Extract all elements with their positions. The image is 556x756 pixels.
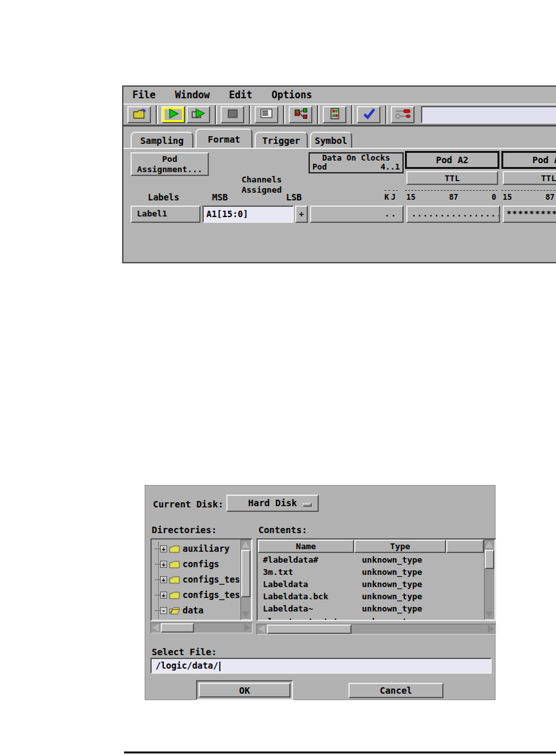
ruler-tick: 87 <box>545 193 554 202</box>
directories-horizontal-scrollbar[interactable] <box>150 622 253 633</box>
current-disk-dropdown[interactable]: Hard Disk <box>226 495 319 512</box>
scroll-down-icon[interactable] <box>485 611 493 618</box>
ok-button[interactable]: OK <box>199 683 291 698</box>
pod-a1-header-button[interactable]: Pod A1 <box>501 151 556 169</box>
scroll-right-icon[interactable] <box>244 624 251 631</box>
toolbar <box>123 103 556 127</box>
collapse-icon[interactable]: - <box>160 607 167 614</box>
pod-a1-threshold-button[interactable]: TTL <box>503 171 556 185</box>
contents-header: Name Type <box>258 540 484 553</box>
scrollbar-thumb[interactable] <box>485 550 494 569</box>
clocks-assignment-field[interactable]: .. <box>310 206 404 223</box>
contents-label: Contents: <box>258 525 307 535</box>
storage-button[interactable] <box>323 106 346 123</box>
file-type: unknown_type <box>362 592 422 601</box>
scrollbar-thumb[interactable] <box>267 624 352 634</box>
open-folder-icon <box>169 606 180 615</box>
scroll-up-icon[interactable] <box>242 541 249 548</box>
tree-item-partial[interactable] <box>152 618 180 620</box>
pod-a2-header-button[interactable]: Pod A2 <box>405 151 499 169</box>
file-type: unknown_type <box>362 617 422 620</box>
tools-button[interactable] <box>391 106 415 123</box>
add-label-button[interactable]: + <box>295 206 308 223</box>
ruler-tick: 0 <box>492 193 496 202</box>
pod-a2-assignment-field[interactable]: ................ <box>406 206 500 223</box>
tab-trigger[interactable]: Trigger <box>255 132 308 148</box>
tree-item-label: data <box>183 605 204 615</box>
select-file-input[interactable]: /logic/data/ <box>150 658 492 674</box>
menu-bar: File Window Edit Options <box>123 87 556 103</box>
data-on-clocks-title: Data On Clocks <box>310 154 402 163</box>
contents-rows: #labeldata# unknown_type 3m.txt unknown_… <box>258 553 484 620</box>
run-repetitive-icon <box>191 108 206 122</box>
menu-window[interactable]: Window <box>175 89 210 101</box>
clock-ruler-dash <box>393 190 398 191</box>
pod-a2-threshold-button[interactable]: TTL <box>406 171 498 185</box>
system-connections-button[interactable] <box>289 106 312 123</box>
file-name: Labeldata.bck <box>263 592 328 601</box>
format-panel: Pod Assignment... Data On Clocks Pod 4..… <box>123 148 556 262</box>
channel-spec-input[interactable]: A1[15:0] <box>202 206 294 223</box>
pod-a1-assignment-field[interactable]: **************** <box>503 206 556 223</box>
scrollbar-thumb[interactable] <box>241 550 251 597</box>
tree-item-configs-test2[interactable]: + configs_tes <box>152 587 240 602</box>
scroll-left-icon[interactable] <box>152 624 159 631</box>
column-header-name[interactable]: Name <box>258 540 354 553</box>
tree-stub <box>155 564 160 565</box>
menu-file[interactable]: File <box>132 89 156 101</box>
setup-list-button[interactable] <box>255 106 278 123</box>
checkmark-icon <box>362 108 376 122</box>
ruler-tick: 15 <box>406 193 415 202</box>
text-cursor <box>219 662 220 671</box>
file-type: unknown_type <box>362 604 422 613</box>
run-repetitive-button[interactable] <box>186 106 210 123</box>
toolbar-separator <box>385 105 388 124</box>
directories-vertical-scrollbar[interactable] <box>240 540 251 620</box>
file-name: almostempty.txt <box>263 617 338 620</box>
scroll-right-icon[interactable] <box>488 625 494 633</box>
contents-listbox: Name Type #labeldata# unknown_type 3m.tx… <box>256 538 496 621</box>
pod-assignment-line1: Pod <box>132 154 208 164</box>
pod-assignment-line2: Assignment... <box>132 164 208 175</box>
ruler-tick: 15 <box>503 193 512 202</box>
page-footer-rule <box>124 752 556 753</box>
scroll-up-icon[interactable] <box>485 541 493 548</box>
directories-label: Directories: <box>152 525 217 535</box>
contents-horizontal-scrollbar[interactable] <box>256 624 496 635</box>
clock-ruler-kj: KJ <box>384 193 397 202</box>
expand-icon[interactable]: + <box>160 545 167 552</box>
menu-options[interactable]: Options <box>271 89 312 101</box>
scrollbar-thumb[interactable] <box>161 623 194 633</box>
pod-assignment-button[interactable]: Pod Assignment... <box>130 152 209 176</box>
label-name-button[interactable]: Label1 <box>130 206 201 223</box>
run-button[interactable] <box>161 106 185 123</box>
tab-format[interactable]: Format <box>195 128 253 148</box>
column-header-type[interactable]: Type <box>354 540 446 553</box>
expand-icon[interactable]: + <box>160 592 167 599</box>
toolbar-entry-field[interactable] <box>421 106 556 123</box>
tree-item-auxiliary[interactable]: + auxiliary <box>152 541 229 556</box>
stop-button[interactable] <box>220 106 244 123</box>
folder-icon <box>169 545 180 553</box>
expand-icon[interactable]: + <box>160 561 167 568</box>
tree-item-data[interactable]: - data <box>152 602 204 618</box>
clock-ruler-dash <box>384 190 390 191</box>
tree-item-configs-test[interactable]: + configs_tes <box>152 572 240 587</box>
open-file-button[interactable] <box>127 106 151 123</box>
folder-icon <box>169 591 180 599</box>
confirm-button[interactable] <box>357 106 381 123</box>
pod-a2-bit-ruler: 15 87 0 <box>405 193 498 202</box>
cancel-button[interactable]: Cancel <box>348 683 444 698</box>
expand-icon[interactable]: + <box>160 576 167 583</box>
scroll-down-icon[interactable] <box>242 611 249 618</box>
toolbar-separator <box>156 105 158 124</box>
select-file-value: /logic/data/ <box>156 660 219 671</box>
menu-edit[interactable]: Edit <box>229 89 252 101</box>
contents-vertical-scrollbar[interactable] <box>484 540 495 620</box>
tools-icon <box>395 108 411 122</box>
tab-sampling[interactable]: Sampling <box>130 132 193 148</box>
tab-symbol[interactable]: Symbol <box>310 132 352 148</box>
data-on-clocks-bits: 4..1 <box>381 163 400 171</box>
scroll-left-icon[interactable] <box>258 625 265 633</box>
tree-item-configs[interactable]: + configs <box>152 556 219 572</box>
